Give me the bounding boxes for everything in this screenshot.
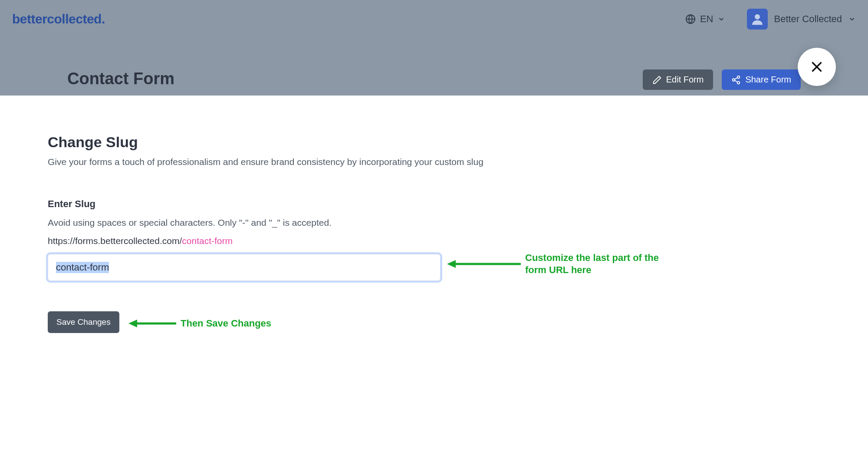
svg-marker-10 [128,320,137,327]
modal-title: Change Slug [48,134,820,151]
app-logo[interactable]: bettercollected. [12,12,105,26]
user-icon [750,12,764,26]
header-right: EN Better Collected [685,9,856,30]
action-buttons: Edit Form Share Form [643,69,801,90]
close-modal-button[interactable] [798,48,836,86]
share-icon [731,75,741,85]
svg-marker-8 [447,260,456,268]
share-form-button[interactable]: Share Form [722,69,801,90]
page-title-area: Contact Form [67,69,174,88]
slug-field-label: Enter Slug [48,198,820,210]
user-name-label: Better Collected [774,13,842,25]
avatar [747,9,768,30]
svg-point-1 [755,14,760,20]
annotation-input-hint: Customize the last part of the form URL … [447,252,664,276]
svg-point-4 [737,81,740,84]
slug-input[interactable] [48,254,441,281]
edit-form-button[interactable]: Edit Form [643,69,713,90]
modal-subtitle: Give your forms a touch of professionali… [48,157,820,167]
annotation-text: Then Save Changes [181,317,271,330]
annotation-save-hint: Then Save Changes [128,317,271,330]
app-header: bettercollected. EN Better Collected [0,0,868,38]
share-form-label: Share Form [745,75,791,85]
globe-icon [685,14,696,24]
page-title: Contact Form [67,69,174,88]
language-selector[interactable]: EN [685,13,726,25]
save-changes-button[interactable]: Save Changes [48,311,119,333]
arrow-icon [447,259,521,269]
user-menu[interactable]: Better Collected [747,9,856,30]
chevron-down-icon [848,15,856,23]
chevron-down-icon [717,15,725,23]
svg-point-2 [737,76,740,78]
edit-form-label: Edit Form [666,75,704,85]
change-slug-modal: Change Slug Give your forms a touch of p… [0,96,868,475]
url-base: https://forms.bettercollected.com/ [48,236,182,246]
slug-field-helper: Avoid using spaces or special characters… [48,218,820,228]
url-preview: https://forms.bettercollected.com/contac… [48,236,820,246]
url-slug-part: contact-form [182,236,233,246]
close-icon [809,59,825,75]
language-label: EN [700,13,713,25]
arrow-icon [128,318,176,329]
slug-input-wrap: contact-form [48,254,441,281]
annotation-text: Customize the last part of the form URL … [525,252,664,276]
svg-point-3 [733,79,735,81]
pencil-icon [652,75,662,85]
